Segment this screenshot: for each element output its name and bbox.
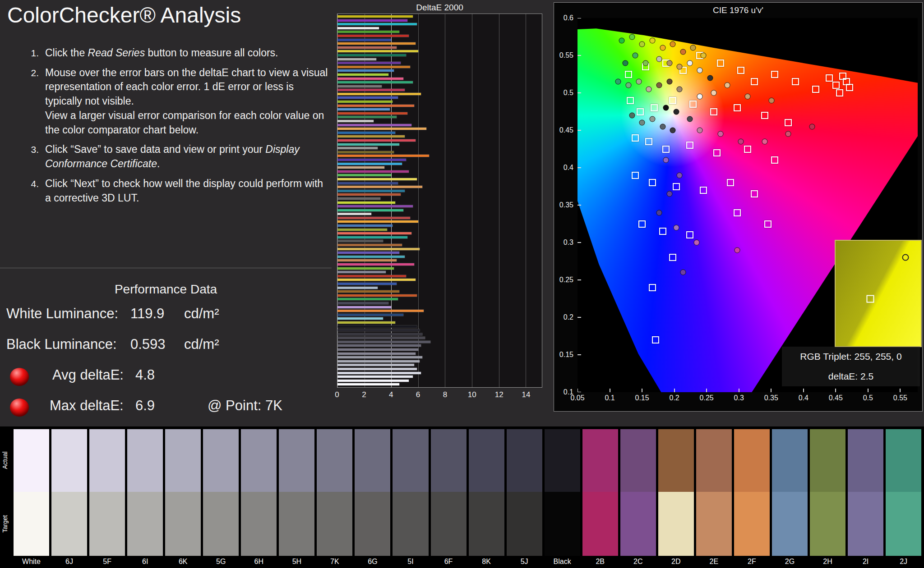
delta-error-bar[interactable] bbox=[337, 275, 406, 277]
delta-error-bar[interactable] bbox=[337, 283, 397, 285]
delta-error-bar[interactable] bbox=[337, 15, 413, 18]
delta-error-bar[interactable] bbox=[337, 112, 407, 115]
delta-error-bar[interactable] bbox=[337, 178, 417, 180]
delta-error-bar[interactable] bbox=[337, 35, 409, 37]
delta-error-bar[interactable] bbox=[337, 190, 405, 192]
comparator-column: 2G bbox=[772, 429, 808, 568]
patch-label: 6F bbox=[431, 556, 467, 568]
delta-error-bar[interactable] bbox=[337, 224, 393, 227]
delta-error-bar[interactable] bbox=[337, 302, 388, 304]
delta-error-bar[interactable] bbox=[337, 139, 416, 142]
delta-error-bar[interactable] bbox=[337, 271, 386, 273]
delta-error-bar[interactable] bbox=[337, 120, 374, 122]
delta-error-bar[interactable] bbox=[337, 66, 410, 68]
delta-error-bar[interactable] bbox=[337, 306, 391, 308]
delta-error-bar[interactable] bbox=[337, 202, 395, 204]
delta-error-bar[interactable] bbox=[337, 62, 401, 64]
delta-error-bar[interactable] bbox=[337, 252, 399, 254]
delta-error-bar[interactable] bbox=[337, 259, 397, 261]
delta-error-bar[interactable] bbox=[337, 294, 417, 297]
delta-error-bar[interactable] bbox=[337, 229, 387, 231]
delta-error-bar[interactable] bbox=[337, 263, 414, 266]
delta-error-bar[interactable] bbox=[337, 85, 382, 87]
delta-error-bar[interactable] bbox=[337, 69, 394, 72]
delta-error-bar[interactable] bbox=[337, 124, 411, 126]
delta-error-bar[interactable] bbox=[337, 310, 424, 312]
delta-error-bar[interactable] bbox=[337, 356, 422, 358]
delta-error-bar[interactable] bbox=[337, 39, 391, 41]
delta-error-bar[interactable] bbox=[337, 317, 383, 320]
delta-error-bar[interactable] bbox=[337, 290, 399, 293]
delta-error-bar[interactable] bbox=[337, 376, 413, 378]
delta-error-bar[interactable] bbox=[337, 348, 418, 351]
delta-error-bar[interactable] bbox=[337, 287, 378, 289]
delta-error-bar[interactable] bbox=[337, 186, 422, 188]
delta-error-bar[interactable] bbox=[337, 170, 409, 173]
delta-error-bar[interactable] bbox=[337, 244, 402, 246]
delta-error-bar[interactable] bbox=[337, 46, 397, 49]
delta-error-bar[interactable] bbox=[337, 155, 429, 157]
delta-error-bar[interactable] bbox=[337, 383, 399, 385]
delta-error-bar[interactable] bbox=[337, 344, 421, 347]
delta-error-bar[interactable] bbox=[337, 78, 403, 80]
delta-error-bar[interactable] bbox=[337, 73, 388, 76]
delta-error-bar[interactable] bbox=[337, 42, 416, 45]
delta-error-bar[interactable] bbox=[337, 314, 403, 316]
delta-error-bar[interactable] bbox=[337, 325, 417, 328]
delta-error-bar[interactable] bbox=[337, 93, 421, 95]
delta-error-bar[interactable] bbox=[337, 96, 398, 99]
delta-error-bar[interactable] bbox=[337, 182, 398, 184]
delta-error-bar[interactable] bbox=[337, 108, 390, 110]
delta-error-bar[interactable] bbox=[337, 193, 401, 196]
delta-error-bar[interactable] bbox=[337, 279, 416, 281]
delta-error-bar[interactable] bbox=[337, 368, 417, 370]
delta-error-bar[interactable] bbox=[337, 23, 417, 25]
delta-error-bar[interactable] bbox=[337, 143, 399, 146]
delta-error-bar[interactable] bbox=[337, 132, 395, 134]
delta-error-bar[interactable] bbox=[337, 128, 426, 130]
delta-error-bar[interactable] bbox=[337, 151, 394, 153]
delta-error-bar[interactable] bbox=[337, 159, 406, 161]
delta-error-bar[interactable] bbox=[337, 372, 421, 374]
delta-error-bar[interactable] bbox=[337, 50, 418, 52]
delta-error-bar[interactable] bbox=[337, 135, 405, 137]
delta-error-bar[interactable] bbox=[337, 27, 379, 29]
delta-error-bar[interactable] bbox=[337, 380, 409, 382]
delta-error-bar[interactable] bbox=[337, 329, 420, 331]
delta-error-bar[interactable] bbox=[337, 321, 395, 324]
delta-error-bar[interactable] bbox=[337, 256, 405, 258]
delta-error-bar[interactable] bbox=[337, 147, 378, 149]
delta-error-bar[interactable] bbox=[337, 205, 413, 207]
delta-error-bar[interactable] bbox=[337, 54, 406, 56]
delta-error-bar[interactable] bbox=[337, 220, 418, 223]
delta-error-bar[interactable] bbox=[337, 116, 397, 118]
cie-measured-marker bbox=[724, 82, 730, 88]
delta-error-bar[interactable] bbox=[337, 163, 402, 165]
delta-error-bar[interactable] bbox=[337, 298, 398, 300]
delta-error-bar[interactable] bbox=[337, 248, 420, 250]
delta-error-bar[interactable] bbox=[337, 360, 420, 362]
delta-error-bar[interactable] bbox=[337, 232, 411, 234]
delta-error-bar[interactable] bbox=[337, 337, 425, 339]
delta-error-bar[interactable] bbox=[337, 89, 405, 91]
delta-error-bar[interactable] bbox=[337, 19, 407, 22]
delta-error-bar[interactable] bbox=[337, 105, 414, 107]
delta-error-bar[interactable] bbox=[337, 267, 394, 270]
delta-error-bar[interactable] bbox=[337, 213, 371, 215]
delta-error-bar[interactable] bbox=[337, 166, 384, 169]
delta-error-bar[interactable] bbox=[337, 341, 430, 343]
delta-error-bar[interactable] bbox=[337, 353, 416, 355]
delta-error-bar[interactable] bbox=[337, 209, 403, 211]
delta-error-bar[interactable] bbox=[337, 333, 422, 335]
delta-error-bar[interactable] bbox=[337, 174, 391, 176]
delta-error-bar[interactable] bbox=[337, 81, 413, 83]
delta-error-bar[interactable] bbox=[337, 217, 410, 219]
delta-error-bar[interactable] bbox=[337, 197, 380, 200]
comparator-column: White bbox=[14, 429, 49, 568]
delta-error-bar[interactable] bbox=[337, 364, 414, 366]
delta-error-bar[interactable] bbox=[337, 236, 407, 238]
delta-error-bar[interactable] bbox=[337, 101, 393, 103]
delta-error-bar[interactable] bbox=[337, 58, 376, 60]
delta-error-bar[interactable] bbox=[337, 31, 399, 33]
delta-error-bar[interactable] bbox=[337, 240, 383, 242]
